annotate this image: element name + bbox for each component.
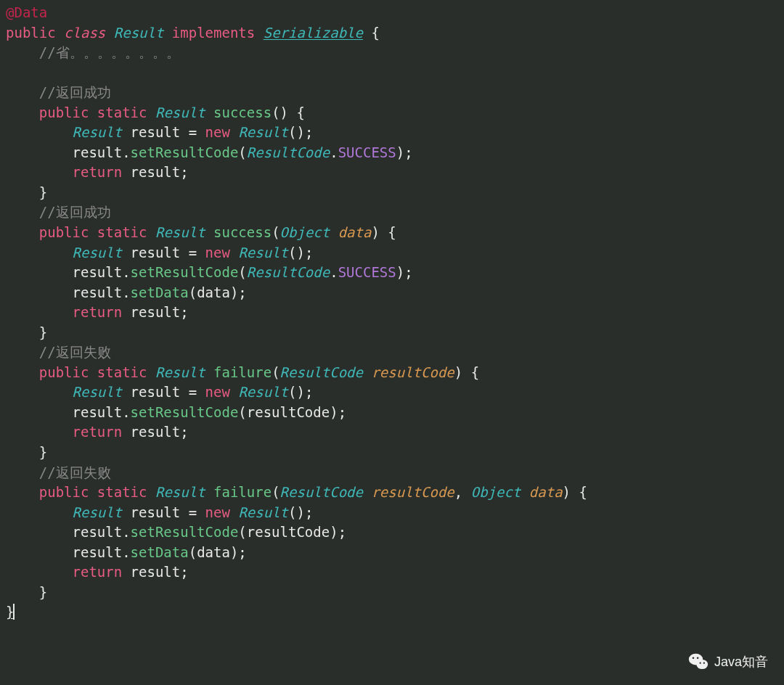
comment-success: //返回成功: [39, 204, 111, 220]
method-failure: failure: [213, 364, 271, 380]
var-result: result: [73, 264, 123, 280]
brace: {: [371, 25, 379, 41]
class-result: Result: [73, 124, 123, 140]
keyword-new: new: [205, 504, 230, 520]
param-resultcode: resultCode: [247, 524, 330, 540]
var-result: result: [131, 124, 181, 140]
keyword-static: static: [97, 224, 147, 240]
keyword-public: public: [39, 364, 89, 380]
class-result: Result: [238, 124, 288, 140]
method-setresultcode: setResultCode: [131, 144, 239, 160]
keyword-new: new: [205, 245, 230, 261]
method-failure: failure: [213, 484, 271, 500]
method-setdata: setData: [131, 284, 189, 300]
keyword-return: return: [73, 164, 123, 180]
class-object: Object: [471, 484, 521, 500]
watermark: Java知音: [688, 652, 768, 672]
keyword-return: return: [73, 424, 123, 440]
keyword-public: public: [39, 484, 89, 500]
method-setresultcode: setResultCode: [131, 264, 239, 280]
class-resultcode: ResultCode: [280, 484, 363, 500]
class-result: Result: [114, 25, 164, 41]
var-result: result: [73, 404, 123, 420]
svg-point-1: [696, 660, 708, 669]
comment-failure: //返回失败: [39, 464, 111, 480]
watermark-text: Java知音: [714, 652, 768, 671]
param-data: data: [197, 284, 230, 300]
keyword-new: new: [205, 124, 230, 140]
constant-success: SUCCESS: [338, 264, 396, 280]
param-data: data: [529, 484, 563, 500]
constant-success: SUCCESS: [338, 144, 396, 160]
param-resultcode: resultCode: [247, 404, 330, 420]
var-result: result: [131, 304, 181, 320]
class-object: Object: [280, 224, 330, 240]
text-cursor: [13, 604, 15, 620]
comment-failure: //返回失败: [39, 344, 111, 360]
var-result: result: [131, 564, 181, 580]
method-setdata: setData: [131, 544, 189, 560]
keyword-public: public: [39, 104, 89, 120]
method-setresultcode: setResultCode: [131, 404, 239, 420]
var-result: result: [131, 384, 181, 400]
class-result: Result: [155, 484, 205, 500]
keyword-class: class: [64, 25, 105, 41]
method-success: success: [213, 224, 271, 240]
class-result: Result: [155, 224, 205, 240]
class-result: Result: [238, 384, 288, 400]
class-resultcode: ResultCode: [247, 264, 330, 280]
class-result: Result: [155, 104, 205, 120]
class-result: Result: [73, 504, 123, 520]
keyword-static: static: [97, 104, 147, 120]
wechat-icon: [688, 652, 709, 672]
method-success: success: [213, 104, 271, 120]
param-resultcode: resultCode: [371, 484, 454, 500]
class-result: Result: [73, 384, 123, 400]
annotation: @Data: [6, 4, 47, 20]
svg-point-5: [703, 663, 705, 664]
class-result: Result: [73, 245, 123, 261]
comment-omit: //省。。。。。。。。: [39, 44, 180, 60]
param-data: data: [197, 544, 230, 560]
class-result: Result: [238, 245, 288, 261]
keyword-return: return: [73, 304, 123, 320]
var-result: result: [73, 524, 123, 540]
method-setresultcode: setResultCode: [131, 524, 239, 540]
keyword-public: public: [6, 25, 56, 41]
param-data: data: [338, 224, 372, 240]
class-result: Result: [238, 504, 288, 520]
class-resultcode: ResultCode: [247, 144, 330, 160]
var-result: result: [131, 245, 181, 261]
code-editor[interactable]: @Data public class Result implements Ser…: [6, 3, 778, 623]
keyword-static: static: [97, 484, 147, 500]
svg-point-3: [697, 657, 699, 659]
var-result: result: [73, 284, 123, 300]
param-resultcode: resultCode: [371, 364, 454, 380]
class-serializable: Serializable: [264, 25, 363, 41]
keyword-public: public: [39, 224, 89, 240]
svg-point-2: [693, 657, 695, 659]
var-result: result: [73, 544, 123, 560]
class-result: Result: [155, 364, 205, 380]
keyword-new: new: [205, 384, 230, 400]
var-result: result: [131, 504, 181, 520]
keyword-implements: implements: [172, 25, 255, 41]
comment-success: //返回成功: [39, 84, 111, 100]
var-result: result: [73, 144, 123, 160]
keyword-return: return: [73, 564, 123, 580]
keyword-static: static: [97, 364, 147, 380]
class-resultcode: ResultCode: [280, 364, 363, 380]
svg-point-4: [699, 663, 701, 664]
var-result: result: [131, 164, 181, 180]
var-result: result: [131, 424, 181, 440]
